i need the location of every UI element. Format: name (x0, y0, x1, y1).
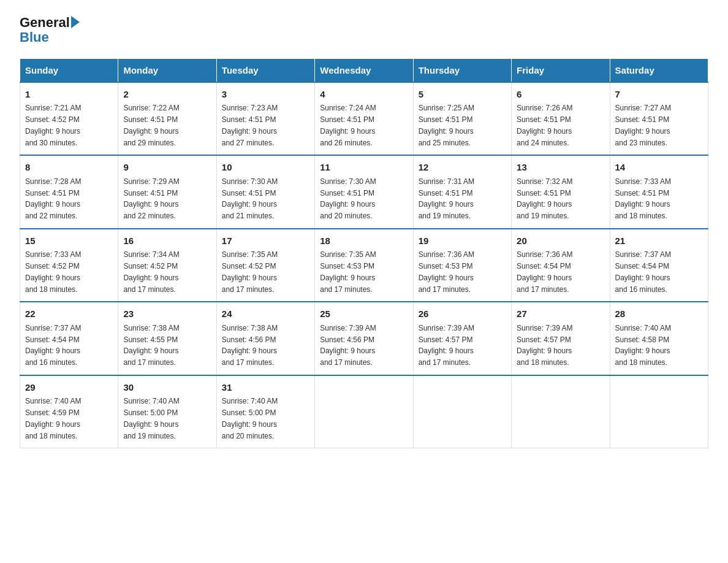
calendar-day-cell: 23Sunrise: 7:38 AMSunset: 4:55 PMDayligh… (118, 302, 216, 375)
day-info: Sunrise: 7:39 AMSunset: 4:57 PMDaylight:… (517, 324, 572, 367)
day-number: 9 (123, 161, 211, 175)
day-info: Sunrise: 7:23 AMSunset: 4:51 PMDaylight:… (222, 104, 278, 147)
day-info: Sunrise: 7:40 AMSunset: 4:59 PMDaylight:… (25, 397, 81, 440)
day-info: Sunrise: 7:32 AMSunset: 4:51 PMDaylight:… (517, 177, 572, 220)
calendar-day-cell: 12Sunrise: 7:31 AMSunset: 4:51 PMDayligh… (413, 155, 511, 229)
day-info: Sunrise: 7:30 AMSunset: 4:51 PMDaylight:… (320, 177, 376, 220)
calendar-table: SundayMondayTuesdayWednesdayThursdayFrid… (20, 58, 708, 449)
day-info: Sunrise: 7:34 AMSunset: 4:52 PMDaylight:… (123, 250, 179, 293)
weekday-header-monday: Monday (118, 58, 216, 82)
calendar-day-cell: 15Sunrise: 7:33 AMSunset: 4:52 PMDayligh… (20, 229, 118, 302)
calendar-day-cell: 6Sunrise: 7:26 AMSunset: 4:51 PMDaylight… (512, 82, 610, 156)
day-number: 20 (517, 234, 604, 248)
day-number: 6 (517, 88, 604, 102)
calendar-week-row: 1Sunrise: 7:21 AMSunset: 4:52 PMDaylight… (20, 82, 708, 156)
weekday-header-sunday: Sunday (20, 58, 118, 82)
calendar-day-cell: 30Sunrise: 7:40 AMSunset: 5:00 PMDayligh… (118, 375, 216, 448)
day-info: Sunrise: 7:36 AMSunset: 4:54 PMDaylight:… (517, 250, 572, 293)
day-number: 3 (222, 88, 309, 102)
calendar-day-cell: 22Sunrise: 7:37 AMSunset: 4:54 PMDayligh… (20, 302, 118, 375)
day-number: 23 (123, 307, 211, 321)
weekday-header-saturday: Saturday (610, 58, 708, 82)
day-info: Sunrise: 7:33 AMSunset: 4:51 PMDaylight:… (615, 177, 671, 220)
calendar-day-cell: 10Sunrise: 7:30 AMSunset: 4:51 PMDayligh… (216, 155, 314, 229)
day-number: 21 (615, 234, 703, 248)
day-number: 24 (222, 307, 309, 321)
calendar-week-row: 22Sunrise: 7:37 AMSunset: 4:54 PMDayligh… (20, 302, 708, 375)
day-number: 25 (320, 307, 408, 321)
calendar-day-cell: 28Sunrise: 7:40 AMSunset: 4:58 PMDayligh… (610, 302, 708, 375)
calendar-day-cell: 29Sunrise: 7:40 AMSunset: 4:59 PMDayligh… (20, 375, 118, 448)
day-info: Sunrise: 7:38 AMSunset: 4:56 PMDaylight:… (222, 324, 278, 367)
day-number: 17 (222, 234, 309, 248)
calendar-day-cell: 20Sunrise: 7:36 AMSunset: 4:54 PMDayligh… (512, 229, 610, 302)
day-number: 22 (25, 307, 113, 321)
calendar-day-cell: 21Sunrise: 7:37 AMSunset: 4:54 PMDayligh… (610, 229, 708, 302)
day-info: Sunrise: 7:33 AMSunset: 4:52 PMDaylight:… (25, 250, 81, 293)
day-info: Sunrise: 7:38 AMSunset: 4:55 PMDaylight:… (123, 324, 179, 367)
day-info: Sunrise: 7:40 AMSunset: 5:00 PMDaylight:… (123, 397, 179, 440)
day-info: Sunrise: 7:30 AMSunset: 4:51 PMDaylight:… (222, 177, 278, 220)
calendar-day-cell: 24Sunrise: 7:38 AMSunset: 4:56 PMDayligh… (216, 302, 314, 375)
calendar-day-cell: 1Sunrise: 7:21 AMSunset: 4:52 PMDaylight… (20, 82, 118, 156)
day-number: 15 (25, 234, 113, 248)
day-number: 19 (419, 234, 506, 248)
day-number: 18 (320, 234, 408, 248)
day-info: Sunrise: 7:39 AMSunset: 4:56 PMDaylight:… (320, 324, 376, 367)
day-info: Sunrise: 7:36 AMSunset: 4:53 PMDaylight:… (419, 250, 474, 293)
day-info: Sunrise: 7:25 AMSunset: 4:51 PMDaylight:… (419, 104, 474, 147)
day-number: 7 (615, 88, 703, 102)
calendar-day-cell: 4Sunrise: 7:24 AMSunset: 4:51 PMDaylight… (315, 82, 413, 156)
day-info: Sunrise: 7:26 AMSunset: 4:51 PMDaylight:… (517, 104, 572, 147)
day-info: Sunrise: 7:24 AMSunset: 4:51 PMDaylight:… (320, 104, 376, 147)
calendar-day-cell (610, 375, 708, 448)
calendar-day-cell: 25Sunrise: 7:39 AMSunset: 4:56 PMDayligh… (315, 302, 413, 375)
weekday-header-friday: Friday (512, 58, 610, 82)
calendar-day-cell: 13Sunrise: 7:32 AMSunset: 4:51 PMDayligh… (512, 155, 610, 229)
day-info: Sunrise: 7:35 AMSunset: 4:53 PMDaylight:… (320, 250, 376, 293)
day-info: Sunrise: 7:40 AMSunset: 4:58 PMDaylight:… (615, 324, 671, 367)
calendar-day-cell (413, 375, 511, 448)
day-number: 28 (615, 307, 703, 321)
weekday-header-thursday: Thursday (413, 58, 511, 82)
calendar-day-cell: 27Sunrise: 7:39 AMSunset: 4:57 PMDayligh… (512, 302, 610, 375)
calendar-week-row: 29Sunrise: 7:40 AMSunset: 4:59 PMDayligh… (20, 375, 708, 448)
logo: General Blue (20, 15, 80, 46)
calendar-day-cell: 19Sunrise: 7:36 AMSunset: 4:53 PMDayligh… (413, 229, 511, 302)
weekday-header-tuesday: Tuesday (216, 58, 314, 82)
calendar-day-cell: 5Sunrise: 7:25 AMSunset: 4:51 PMDaylight… (413, 82, 511, 156)
day-info: Sunrise: 7:21 AMSunset: 4:52 PMDaylight:… (25, 104, 81, 147)
calendar-day-cell: 31Sunrise: 7:40 AMSunset: 5:00 PMDayligh… (216, 375, 314, 448)
day-number: 14 (615, 161, 703, 175)
weekday-header-wednesday: Wednesday (315, 58, 413, 82)
day-number: 30 (123, 381, 211, 395)
weekday-header-row: SundayMondayTuesdayWednesdayThursdayFrid… (20, 58, 708, 82)
calendar-day-cell: 14Sunrise: 7:33 AMSunset: 4:51 PMDayligh… (610, 155, 708, 229)
day-number: 29 (25, 381, 113, 395)
day-number: 31 (222, 381, 309, 395)
day-number: 10 (222, 161, 309, 175)
calendar-week-row: 8Sunrise: 7:28 AMSunset: 4:51 PMDaylight… (20, 155, 708, 229)
day-number: 2 (123, 88, 211, 102)
day-number: 13 (517, 161, 604, 175)
calendar-day-cell: 7Sunrise: 7:27 AMSunset: 4:51 PMDaylight… (610, 82, 708, 156)
day-info: Sunrise: 7:37 AMSunset: 4:54 PMDaylight:… (25, 324, 81, 367)
day-info: Sunrise: 7:29 AMSunset: 4:51 PMDaylight:… (123, 177, 179, 220)
logo-general: General (20, 15, 70, 31)
calendar-day-cell: 17Sunrise: 7:35 AMSunset: 4:52 PMDayligh… (216, 229, 314, 302)
day-number: 8 (25, 161, 113, 175)
calendar-day-cell: 11Sunrise: 7:30 AMSunset: 4:51 PMDayligh… (315, 155, 413, 229)
calendar-day-cell: 9Sunrise: 7:29 AMSunset: 4:51 PMDaylight… (118, 155, 216, 229)
day-number: 1 (25, 88, 113, 102)
calendar-week-row: 15Sunrise: 7:33 AMSunset: 4:52 PMDayligh… (20, 229, 708, 302)
calendar-day-cell: 3Sunrise: 7:23 AMSunset: 4:51 PMDaylight… (216, 82, 314, 156)
day-number: 5 (419, 88, 506, 102)
day-info: Sunrise: 7:39 AMSunset: 4:57 PMDaylight:… (419, 324, 474, 367)
day-info: Sunrise: 7:27 AMSunset: 4:51 PMDaylight:… (615, 104, 671, 147)
logo-arrow-icon (71, 16, 80, 28)
day-number: 27 (517, 307, 604, 321)
calendar-day-cell: 8Sunrise: 7:28 AMSunset: 4:51 PMDaylight… (20, 155, 118, 229)
calendar-day-cell: 2Sunrise: 7:22 AMSunset: 4:51 PMDaylight… (118, 82, 216, 156)
day-info: Sunrise: 7:37 AMSunset: 4:54 PMDaylight:… (615, 250, 671, 293)
calendar-day-cell: 16Sunrise: 7:34 AMSunset: 4:52 PMDayligh… (118, 229, 216, 302)
